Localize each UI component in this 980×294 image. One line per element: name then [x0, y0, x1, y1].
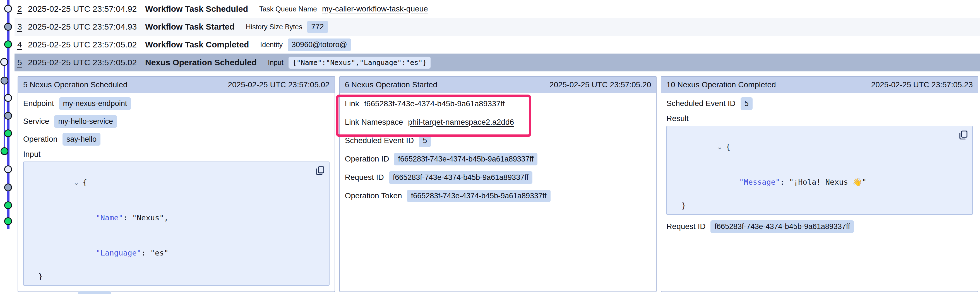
panel-title: 5 Nexus Operation Scheduled — [23, 80, 127, 89]
timeline-node-icon — [4, 23, 12, 31]
event-id-link[interactable]: 3 — [17, 22, 25, 32]
event-id-link[interactable]: 4 — [17, 40, 25, 49]
event-detail-panels: 5 Nexus Operation Scheduled 2025-02-25 U… — [18, 76, 978, 292]
timeline-node-icon — [0, 58, 8, 66]
timeline-node-icon — [4, 217, 12, 225]
attr-label: Task Queue Name — [259, 5, 317, 13]
field-label: Operation Token — [345, 191, 402, 200]
json-value: "es" — [150, 248, 169, 257]
timeline-node-icon — [4, 5, 12, 13]
event-row[interactable]: 3 2025-02-25 UTC 23:57:04.93 Workflow Ta… — [14, 18, 980, 36]
json-brace: { — [726, 142, 730, 151]
event-time: 2025-02-25 UTC 23:57:04.93 — [28, 22, 140, 32]
attr-value-badge: {"Name":"Nexus","Language":"es"} — [288, 57, 431, 68]
panel-header: 5 Nexus Operation Scheduled 2025-02-25 U… — [18, 77, 334, 93]
json-key: "Language" — [96, 248, 142, 257]
json-brace: } — [681, 201, 686, 210]
timeline-node-icon — [4, 94, 12, 102]
event-time: 2025-02-25 UTC 23:57:05.02 — [28, 40, 140, 49]
timeline-node-icon — [0, 147, 8, 155]
timeline-node-icon — [4, 184, 12, 191]
field-value-badge: 5 — [741, 97, 752, 110]
field-row: Scheduled Event ID 5 — [345, 131, 651, 150]
panel-title: 10 Nexus Operation Completed — [667, 80, 776, 89]
link-namespace-link[interactable]: phil-target-namespace2.a2dd6 — [408, 118, 514, 127]
timeline-node-icon — [4, 112, 12, 120]
event-time: 2025-02-25 UTC 23:57:04.92 — [28, 4, 140, 14]
event-name: Nexus Operation Scheduled — [145, 58, 257, 67]
timeline-node-icon — [4, 129, 12, 137]
field-row: Operation say-hello — [23, 130, 329, 148]
event-row[interactable]: 2 2025-02-25 UTC 23:57:04.92 Workflow Ta… — [14, 0, 980, 18]
attr-label: Identity — [260, 41, 283, 49]
field-row: Endpoint my-nexus-endpoint — [23, 95, 329, 113]
field-row: Link Namespace phil-target-namespace2.a2… — [345, 113, 651, 131]
json-key: "Message" — [739, 178, 780, 186]
link-event-link[interactable]: f665283f-743e-4374-b45b-9a61a89337ff — [364, 99, 505, 108]
json-colon: : — [123, 213, 132, 222]
panel-nexus-operation-started: 6 Nexus Operation Started 2025-02-25 UTC… — [339, 76, 657, 292]
copy-icon — [958, 130, 968, 140]
attr-value-badge: 772 — [307, 21, 328, 33]
result-section-label: Result — [667, 113, 973, 125]
json-code-block: ⌄{ "Message": "¡Hola! Nexus 👋" } — [667, 126, 973, 215]
event-name: Workflow Task Completed — [145, 40, 249, 49]
field-label: Scheduled Event ID — [345, 136, 414, 145]
copy-button[interactable] — [315, 165, 325, 176]
field-label: Nexus Header — [23, 293, 73, 294]
panel-header: 10 Nexus Operation Completed 2025-02-25 … — [661, 77, 978, 93]
field-value-badge: 5 — [419, 134, 431, 147]
field-row: Service my-hello-service — [23, 113, 329, 130]
copy-icon — [315, 165, 325, 176]
event-id-link[interactable]: 5 — [17, 58, 25, 67]
panel-title: 6 Nexus Operation Started — [345, 80, 438, 89]
field-value-badge: f665283f-743e-4374-b45b-9a61a89337ff — [394, 153, 538, 165]
field-row: Operation Token f665283f-743e-4374-b45b-… — [345, 187, 651, 205]
field-label: Scheduled Event ID — [667, 99, 735, 108]
event-timeline — [0, 0, 16, 294]
json-colon: : — [141, 248, 150, 257]
field-label: Request ID — [345, 173, 384, 182]
field-label: Request ID — [667, 222, 705, 231]
panel-timestamp: 2025-02-25 UTC 23:57:05.20 — [549, 80, 651, 89]
field-row: Link f665283f-743e-4374-b45b-9a61a89337f… — [345, 95, 651, 113]
field-label: Operation ID — [345, 154, 389, 164]
collapse-chevron-icon[interactable]: ⌄ — [74, 179, 79, 186]
field-label: Link Namespace — [345, 118, 403, 127]
field-value-badge: my-nexus-endpoint — [59, 97, 131, 110]
event-id-link[interactable]: 2 — [17, 4, 25, 14]
event-row[interactable]: 4 2025-02-25 UTC 23:57:05.02 Workflow Ta… — [14, 36, 980, 54]
field-label: Link — [345, 99, 359, 108]
timeline-node-icon — [0, 77, 8, 84]
json-code-block: ⌄{ "Name": "Nexus", "Language": "es" } — [23, 162, 329, 286]
timeline-node-icon — [4, 165, 12, 173]
field-row: Request ID f665283f-743e-4374-b45b-9a61a… — [345, 168, 651, 187]
panel-timestamp: 2025-02-25 UTC 23:57:05.23 — [871, 80, 973, 89]
json-brace: { — [83, 178, 87, 187]
json-key: "Name" — [96, 213, 123, 222]
event-time: 2025-02-25 UTC 23:57:05.02 — [28, 58, 140, 67]
copy-button[interactable] — [958, 130, 968, 140]
field-value-badge: present — [78, 291, 111, 294]
field-value-badge: f665283f-743e-4374-b45b-9a61a89337ff — [389, 171, 532, 184]
json-brace: } — [38, 272, 43, 281]
field-value-badge: say-hello — [62, 133, 100, 146]
field-row: Request ID f665283f-743e-4374-b45b-9a61a… — [667, 218, 973, 235]
task-queue-link[interactable]: my-caller-workflow-task-queue — [322, 5, 428, 13]
attr-label: History Size Bytes — [246, 23, 302, 31]
field-value-badge: f665283f-743e-4374-b45b-9a61a89337ff — [407, 190, 550, 202]
event-name: Workflow Task Started — [145, 22, 235, 32]
panel-timestamp: 2025-02-25 UTC 23:57:05.02 — [228, 80, 329, 89]
panel-nexus-operation-scheduled: 5 Nexus Operation Scheduled 2025-02-25 U… — [18, 76, 335, 292]
json-comma: , — [164, 213, 168, 222]
field-label: Operation — [23, 135, 57, 144]
field-row: Operation ID f665283f-743e-4374-b45b-9a6… — [345, 150, 651, 168]
event-name: Workflow Task Scheduled — [145, 4, 248, 14]
panel-nexus-operation-completed: 10 Nexus Operation Completed 2025-02-25 … — [661, 76, 978, 292]
event-row-selected[interactable]: 5 2025-02-25 UTC 23:57:05.02 Nexus Opera… — [14, 54, 980, 72]
field-label: Endpoint — [23, 99, 54, 108]
json-value: "Nexus" — [132, 213, 164, 222]
field-value-badge: f665283f-743e-4374-b45b-9a61a89337ff — [710, 220, 854, 233]
collapse-chevron-icon[interactable]: ⌄ — [717, 143, 722, 151]
field-label: Service — [23, 117, 49, 126]
